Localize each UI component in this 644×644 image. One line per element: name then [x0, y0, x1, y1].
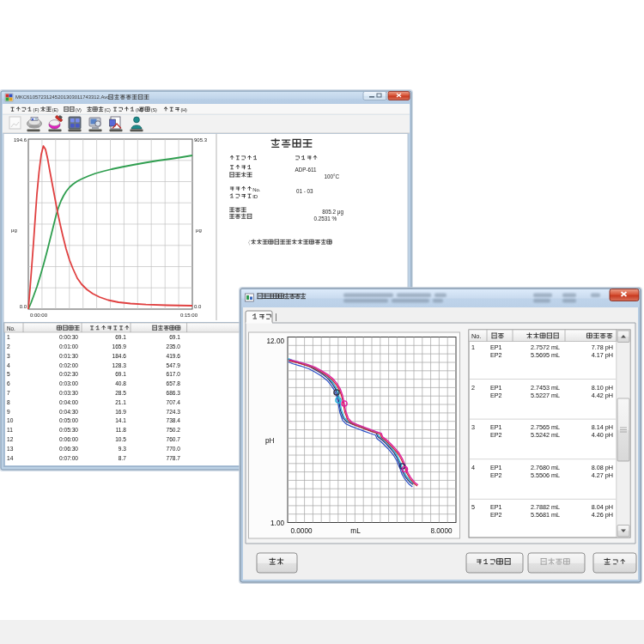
svg-text:750.2: 750.2	[166, 427, 180, 433]
svg-text:5.5242 mL: 5.5242 mL	[531, 431, 560, 439]
svg-text:0:00:00: 0:00:00	[30, 313, 48, 318]
svg-text:(C): (C)	[104, 107, 111, 112]
svg-text:14: 14	[7, 455, 14, 461]
svg-text:1: 1	[7, 334, 10, 340]
svg-text:mL: mL	[350, 527, 361, 535]
svg-text:1: 1	[471, 343, 475, 351]
svg-text:01 - 03: 01 - 03	[296, 188, 313, 194]
svg-text:0.0000: 0.0000	[290, 527, 312, 535]
svg-text:μg: μg	[11, 228, 17, 233]
svg-text:2.7453 mL: 2.7453 mL	[531, 384, 560, 392]
svg-text:100°C: 100°C	[324, 173, 339, 179]
svg-text:9: 9	[7, 409, 10, 415]
svg-text:EP1: EP1	[490, 343, 502, 351]
svg-text:8.08 pH: 8.08 pH	[592, 464, 613, 471]
svg-text:EP1: EP1	[490, 423, 502, 431]
svg-text:EP2: EP2	[490, 511, 502, 519]
svg-text:ID: ID	[252, 194, 258, 199]
svg-text:2.7680 mL: 2.7680 mL	[531, 464, 560, 471]
svg-text:〈: 〈	[245, 240, 251, 246]
svg-text:8.0000: 8.0000	[430, 527, 452, 535]
svg-text:770.0: 770.0	[166, 446, 180, 452]
svg-text:0:05:00: 0:05:00	[59, 417, 78, 423]
svg-text:No.: No.	[252, 187, 261, 192]
svg-text:21.1: 21.1	[115, 399, 126, 405]
svg-text:16.9: 16.9	[115, 409, 126, 415]
svg-text:〉: 〉	[330, 240, 336, 246]
svg-text:0:05:30: 0:05:30	[59, 427, 78, 433]
svg-text:0:02:00: 0:02:00	[59, 362, 78, 368]
svg-text:11: 11	[7, 427, 13, 433]
svg-text:4.26 pH: 4.26 pH	[592, 511, 613, 519]
svg-text:5: 5	[471, 503, 475, 511]
svg-text:7: 7	[7, 390, 10, 396]
svg-text:28.5: 28.5	[115, 390, 126, 396]
svg-text:12: 12	[7, 436, 14, 442]
svg-text:0:02:30: 0:02:30	[59, 371, 78, 377]
svg-text:235.0: 235.0	[166, 343, 180, 349]
svg-text:760.7: 760.7	[166, 436, 180, 442]
svg-text:2.7565 mL: 2.7565 mL	[531, 423, 560, 431]
svg-text:707.4: 707.4	[166, 399, 180, 405]
svg-text:778.7: 778.7	[166, 455, 180, 461]
svg-text:1.00: 1.00	[270, 519, 284, 527]
svg-text:10.5: 10.5	[115, 436, 126, 442]
svg-text:EP1: EP1	[490, 384, 502, 392]
svg-text:13: 13	[7, 446, 14, 452]
svg-text:No.: No.	[7, 325, 15, 331]
svg-text:165.9: 165.9	[112, 343, 126, 349]
svg-text:617.0: 617.0	[166, 371, 180, 377]
svg-text:4.42 pH: 4.42 pH	[592, 392, 613, 399]
svg-text:5.5695 mL: 5.5695 mL	[531, 351, 560, 359]
svg-text:0:04:30: 0:04:30	[59, 409, 78, 415]
svg-text:738.4: 738.4	[166, 417, 180, 423]
svg-text:0:01:00: 0:01:00	[59, 343, 78, 349]
svg-text:0:01:30: 0:01:30	[59, 353, 78, 359]
svg-text:8.04 pH: 8.04 pH	[592, 503, 613, 511]
svg-text:40.8: 40.8	[115, 380, 126, 386]
svg-text:0:06:30: 0:06:30	[59, 446, 78, 452]
svg-text:5.5506 mL: 5.5506 mL	[531, 471, 560, 479]
svg-text:EP2: EP2	[490, 351, 502, 359]
svg-text:EP1: EP1	[490, 464, 502, 471]
svg-text:0:06:00: 0:06:00	[59, 436, 78, 442]
svg-text:(H): (H)	[180, 107, 187, 112]
svg-text:4.17 pH: 4.17 pH	[592, 351, 613, 359]
svg-text:2: 2	[7, 343, 10, 349]
svg-text:6: 6	[7, 380, 10, 386]
svg-text:9.3: 9.3	[118, 446, 126, 452]
svg-text:2.7882 mL: 2.7882 mL	[531, 503, 560, 511]
svg-text:4.27 pH: 4.27 pH	[592, 471, 613, 479]
svg-text:2.7572 mL: 2.7572 mL	[531, 343, 560, 351]
svg-text:5.5227 mL: 5.5227 mL	[531, 392, 560, 399]
svg-text:EP2: EP2	[490, 392, 502, 399]
svg-text:8.14 pH: 8.14 pH	[592, 423, 613, 431]
svg-text:2: 2	[471, 384, 475, 392]
svg-text:686.3: 686.3	[166, 390, 180, 396]
svg-text:EP2: EP2	[490, 431, 502, 439]
svg-text:8.10 pH: 8.10 pH	[592, 384, 613, 392]
svg-text:69.1: 69.1	[115, 371, 126, 377]
svg-text:0:03:00: 0:03:00	[59, 380, 78, 386]
svg-text:MKC61057231245201303011743312.: MKC61057231245201303011743312.Avc -	[15, 94, 112, 100]
svg-text:69.1: 69.1	[169, 334, 180, 340]
svg-text:8.7: 8.7	[118, 455, 126, 461]
svg-text:8: 8	[7, 399, 10, 405]
svg-text:EP2: EP2	[490, 471, 502, 479]
svg-text:905.3: 905.3	[194, 137, 208, 143]
svg-text:657.8: 657.8	[166, 380, 180, 386]
svg-text:(S): (S)	[151, 107, 157, 112]
svg-text:184.6: 184.6	[112, 353, 126, 359]
svg-text:7.78 pH: 7.78 pH	[592, 343, 613, 351]
svg-text:(V): (V)	[76, 107, 82, 112]
svg-text:5.5681 mL: 5.5681 mL	[531, 511, 560, 519]
svg-text:547.9: 547.9	[166, 362, 180, 368]
svg-text:11.8: 11.8	[116, 427, 127, 433]
svg-text:0:03:30: 0:03:30	[59, 390, 78, 396]
svg-text:4: 4	[7, 362, 10, 368]
svg-text:(F): (F)	[33, 107, 39, 112]
svg-text:4: 4	[471, 464, 475, 471]
svg-text:69.1: 69.1	[115, 334, 126, 340]
svg-text:12.00: 12.00	[267, 337, 285, 345]
svg-text:0:07:00: 0:07:00	[59, 455, 78, 461]
